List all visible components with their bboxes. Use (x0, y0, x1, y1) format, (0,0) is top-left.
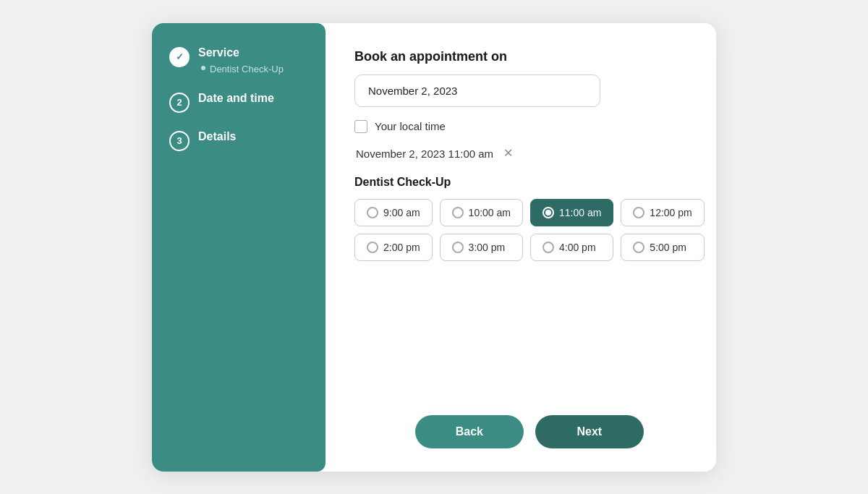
step-1-info: Service Dentist Check-Up (198, 46, 284, 74)
time-slot-label: 5:00 pm (650, 242, 686, 253)
radio-circle (542, 207, 554, 218)
time-slot[interactable]: 3:00 pm (440, 234, 523, 261)
time-slot-label: 9:00 am (383, 207, 420, 218)
local-time-row: Your local time (354, 120, 705, 133)
step-2-info: Date and time (198, 92, 274, 105)
time-slot-label: 11:00 am (559, 207, 601, 218)
sidebar-step-service: ✓ Service Dentist Check-Up (169, 46, 308, 74)
back-button[interactable]: Back (415, 415, 524, 448)
step-1-subtitle-row: Dentist Check-Up (201, 62, 284, 74)
step-2-title: Date and time (198, 92, 274, 105)
step-3-info: Details (198, 130, 236, 143)
date-input[interactable] (354, 74, 600, 107)
time-slot-label: 2:00 pm (383, 242, 420, 253)
step-2-icon: 2 (169, 93, 190, 113)
main-content: Book an appointment on Your local time N… (326, 23, 716, 472)
book-title: Book an appointment on (354, 49, 705, 64)
step-3-title: Details (198, 130, 236, 143)
step-3-icon: 3 (169, 131, 190, 151)
radio-circle (367, 207, 378, 218)
time-slot[interactable]: 10:00 am (440, 199, 523, 226)
time-slot[interactable]: 2:00 pm (354, 234, 433, 261)
time-slot-label: 4:00 pm (559, 242, 596, 253)
time-slot[interactable]: 4:00 pm (530, 234, 613, 261)
sidebar: ✓ Service Dentist Check-Up 2 Date and ti… (152, 23, 326, 472)
radio-circle (452, 242, 464, 253)
radio-circle (633, 242, 644, 253)
appointment-modal: ✓ Service Dentist Check-Up 2 Date and ti… (152, 23, 716, 472)
selected-time-text: November 2, 2023 11:00 am (356, 148, 493, 160)
service-label: Dentist Check-Up (354, 176, 705, 189)
time-grid: 9:00 am10:00 am11:00 am12:00 pm2:00 pm3:… (354, 199, 705, 261)
time-slot-label: 10:00 am (469, 207, 511, 218)
step-1-title: Service (198, 46, 284, 59)
radio-circle (367, 242, 378, 253)
next-button[interactable]: Next (535, 415, 644, 448)
time-slot[interactable]: 9:00 am (354, 199, 433, 226)
sidebar-step-datetime: 2 Date and time (169, 92, 308, 113)
clear-icon[interactable]: ✕ (503, 148, 513, 159)
local-time-label: Your local time (375, 120, 446, 132)
time-slot[interactable]: 12:00 pm (621, 199, 704, 226)
step-1-dot (201, 66, 205, 70)
local-time-checkbox[interactable] (354, 120, 367, 133)
time-slot-label: 3:00 pm (469, 242, 506, 253)
step-1-subtitle: Dentist Check-Up (210, 64, 284, 74)
radio-circle (542, 242, 554, 253)
selected-time-row: November 2, 2023 11:00 am ✕ (356, 148, 705, 160)
step-1-icon: ✓ (169, 47, 190, 67)
sidebar-step-details: 3 Details (169, 130, 308, 151)
footer-buttons: Back Next (354, 386, 705, 448)
radio-circle (452, 207, 464, 218)
time-slot-label: 12:00 pm (650, 207, 692, 218)
time-slot[interactable]: 5:00 pm (621, 234, 704, 261)
radio-circle (633, 207, 644, 218)
time-slot[interactable]: 11:00 am (530, 199, 613, 226)
